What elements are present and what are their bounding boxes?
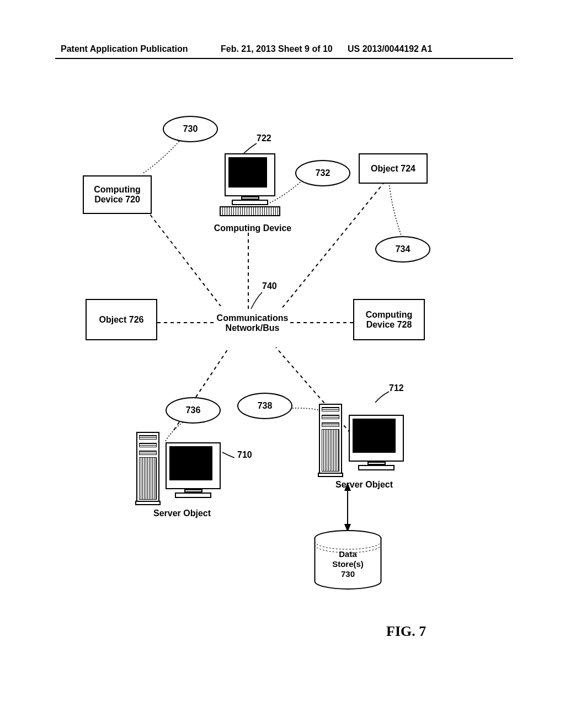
ref-732-label: 732: [316, 168, 331, 178]
ref-740: 740: [262, 281, 277, 291]
server-710-tower-icon: [136, 432, 159, 502]
comm-network-line1: Communications: [207, 313, 298, 323]
ref-ellipse-732: 732: [295, 160, 350, 186]
ref-ellipse-738: 738: [237, 393, 292, 419]
data-store-cylinder: Data Store(s) 730: [313, 529, 382, 590]
ref-730-label: 730: [183, 124, 198, 134]
computing-device-728-box: Computing Device 728: [353, 299, 425, 340]
network-diagram: 730 722 Computing Device 720 Computing D…: [77, 105, 497, 601]
server-712-tower-icon: [319, 404, 342, 474]
object-724-label: Object 724: [371, 164, 415, 174]
ref-736-label: 736: [186, 405, 201, 415]
svg-line-2: [281, 176, 389, 309]
server-712-monitor-icon: [346, 415, 407, 470]
computing-device-728-label: Computing Device 728: [354, 310, 424, 330]
data-store-label: Data Store(s) 730: [313, 549, 382, 579]
computing-device-722-icon: [220, 153, 280, 216]
ref-ellipse-734: 734: [375, 236, 430, 263]
comm-network-line2: Network/Bus: [207, 323, 298, 333]
server-710-monitor-icon: [163, 442, 223, 498]
data-store-line3: 730: [313, 569, 382, 579]
object-724-box: Object 724: [359, 153, 428, 184]
ref-ellipse-730: 730: [163, 116, 218, 142]
computing-device-720-box: Computing Device 720: [83, 175, 152, 214]
computing-device-720-label: Computing Device 720: [84, 185, 151, 205]
ref-722: 722: [257, 133, 271, 143]
data-store-line1: Data: [313, 549, 382, 559]
header-date-sheet: Feb. 21, 2013 Sheet 9 of 10: [221, 44, 333, 54]
computing-device-label: Computing Device: [209, 223, 297, 233]
object-726-label: Object 726: [99, 315, 144, 325]
server-object-right-label: Server Object: [335, 480, 418, 490]
ref-ellipse-736: 736: [166, 397, 221, 424]
ref-712: 712: [389, 383, 404, 393]
header-rule: [55, 58, 513, 59]
header-pub-number: US 2013/0044192 A1: [348, 44, 432, 54]
patent-page: Patent Application Publication Feb. 21, …: [0, 0, 565, 728]
header-publication: Patent Application Publication: [61, 44, 188, 54]
ref-734-label: 734: [396, 244, 411, 254]
comm-network-label: Communications Network/Bus: [207, 313, 298, 333]
ref-738-label: 738: [258, 401, 273, 411]
server-object-left-label: Server Object: [141, 508, 223, 518]
figure-caption: FIG. 7: [386, 623, 426, 640]
ref-710: 710: [237, 450, 252, 460]
data-store-line2: Store(s): [313, 559, 382, 569]
object-726-box: Object 726: [86, 299, 157, 340]
